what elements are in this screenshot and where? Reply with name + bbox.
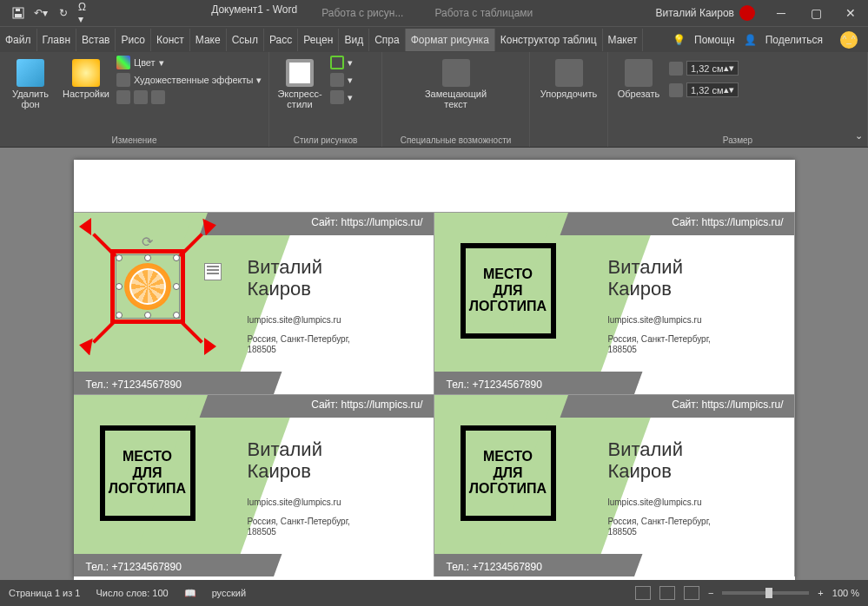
zoom-slider[interactable] <box>722 591 809 595</box>
width-spinner[interactable]: 1,32 см▴▾ <box>669 82 739 97</box>
card-4[interactable]: Сайт: https://lumpics.ru/ Тел.: +7123456… <box>434 394 795 576</box>
collapse-ribbon-icon[interactable]: ⌄ <box>855 130 863 142</box>
word-count[interactable]: Число слов: 100 <box>96 588 168 598</box>
layout-options-icon[interactable] <box>204 263 222 280</box>
picture-styles-button[interactable]: Экспресс- стили <box>275 56 325 109</box>
svg-rect-1 <box>15 14 22 17</box>
pic-effects-button[interactable]: ▾ <box>330 73 353 87</box>
spellcheck-icon[interactable]: 📖 <box>184 588 196 599</box>
page-status[interactable]: Страница 1 из 1 <box>9 588 80 598</box>
save-icon[interactable] <box>10 5 26 21</box>
height-spinner[interactable]: 1,32 см▴▾ <box>669 61 739 76</box>
corrections-button[interactable]: Настройки <box>61 56 111 99</box>
logo-placeholder: МЕСТОДЛЯЛОГОТИПА <box>461 243 556 339</box>
artistic-effects-button[interactable]: Художественные эффекты ▾ <box>116 73 262 87</box>
close-button[interactable]: ✕ <box>833 0 868 26</box>
pic-layout-button[interactable]: ▾ <box>330 90 353 104</box>
maximize-button[interactable]: ▢ <box>798 0 833 26</box>
share-icon: 👤 <box>744 34 757 46</box>
menu-tab-7[interactable]: Расс <box>264 29 298 51</box>
card-1[interactable]: ✥ Сайт: https://lumpics.ru/ Тел.: +71234… <box>74 212 434 394</box>
menu-tab-1[interactable]: Главн <box>37 29 77 51</box>
sigma-icon[interactable]: Ω ▾ <box>78 5 94 21</box>
document-area[interactable]: ✥ Сайт: https://lumpics.ru/ Тел.: +71234… <box>0 148 868 580</box>
context-tab-picture[interactable]: Работа с рисун... <box>315 3 410 23</box>
resize-handles[interactable] <box>119 258 176 315</box>
minimize-button[interactable]: ─ <box>764 0 798 26</box>
language-status[interactable]: русский <box>212 588 246 598</box>
logo-placeholder: МЕСТОДЛЯЛОГОТИПА <box>100 425 195 521</box>
menu-tab-13[interactable]: Макет <box>603 29 644 51</box>
zoom-in-button[interactable]: + <box>818 588 823 598</box>
pic-border-button[interactable]: ▾ <box>330 56 353 69</box>
svg-marker-4 <box>202 218 216 235</box>
menu-tab-5[interactable]: Маке <box>190 29 227 51</box>
menu-tab-4[interactable]: Конст <box>151 29 190 51</box>
menu-tab-10[interactable]: Спра <box>369 29 406 51</box>
menu-tab-2[interactable]: Встав <box>76 29 116 51</box>
menu-tab-11[interactable]: Формат рисунка <box>406 29 495 51</box>
feedback-icon[interactable]: ^_^ <box>840 31 858 49</box>
read-mode-icon[interactable] <box>635 586 651 600</box>
svg-rect-2 <box>16 9 20 11</box>
menu-tab-12[interactable]: Конструктор таблиц <box>495 29 603 51</box>
web-layout-icon[interactable] <box>684 586 699 600</box>
arrow-head-icon <box>79 218 96 235</box>
zoom-out-button[interactable]: − <box>708 588 713 598</box>
arrange-button[interactable]: Упорядочить <box>535 56 602 99</box>
context-tab-table[interactable]: Работа с таблицами <box>427 3 540 23</box>
svg-marker-6 <box>204 338 216 355</box>
share-button[interactable]: Поделиться <box>765 34 823 46</box>
card-3[interactable]: Сайт: https://lumpics.ru/ Тел.: +7123456… <box>74 394 434 576</box>
rotate-handle-icon[interactable]: ⟳ <box>142 234 153 250</box>
menu-tab-8[interactable]: Рецен <box>298 29 339 51</box>
doc-title: Документ1 - Word <box>211 3 297 23</box>
remove-bg-button[interactable]: Удалить фон <box>5 56 56 109</box>
zoom-level[interactable]: 100 % <box>832 588 859 598</box>
redo-icon[interactable]: ↻ <box>56 5 71 21</box>
card-2[interactable]: Сайт: https://lumpics.ru/ Тел.: +7123456… <box>434 212 795 394</box>
user-account[interactable]: Виталий Каиров <box>646 5 764 21</box>
alt-text-button[interactable]: Замещающий текст <box>417 56 495 109</box>
avatar <box>739 5 755 21</box>
logo-placeholder: МЕСТОДЛЯЛОГОТИПА <box>461 425 556 521</box>
menu-tab-0[interactable]: Файл <box>0 29 37 51</box>
svg-marker-3 <box>79 218 91 235</box>
svg-marker-5 <box>79 338 93 355</box>
menu-tab-3[interactable]: Рисо <box>116 29 151 51</box>
undo-icon[interactable]: ↶▾ <box>33 5 49 21</box>
tell-me[interactable]: Помощн <box>694 34 735 46</box>
menu-tab-6[interactable]: Ссыл <box>227 29 264 51</box>
compress-button[interactable] <box>116 90 262 104</box>
menu-tab-9[interactable]: Вид <box>339 29 369 51</box>
crop-button[interactable]: Обрезать <box>613 56 664 99</box>
lightbulb-icon: 💡 <box>673 34 686 46</box>
print-layout-icon[interactable] <box>659 586 675 600</box>
color-button[interactable]: Цвет ▾ <box>116 56 262 69</box>
